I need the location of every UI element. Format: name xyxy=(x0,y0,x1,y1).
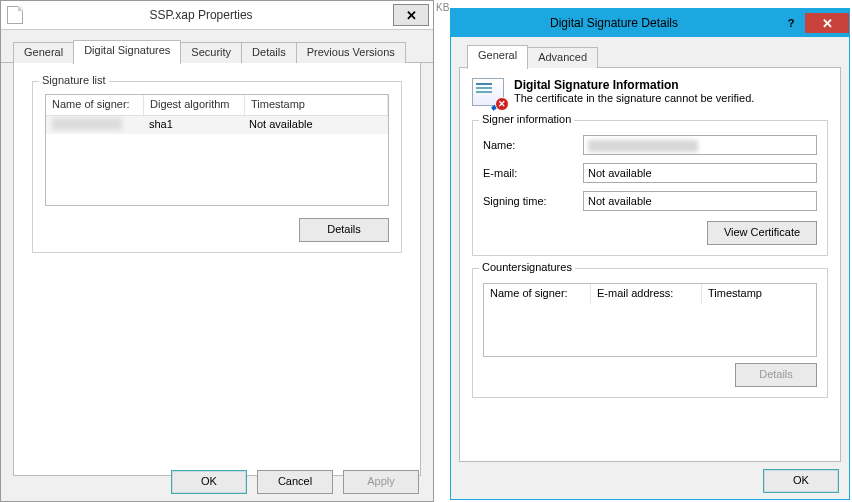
signature-panel: ✕ Digital Signature Information The cert… xyxy=(459,68,841,462)
cell-signer-name xyxy=(46,116,143,134)
certificate-error-icon: ✕ xyxy=(472,78,504,106)
apply-button: Apply xyxy=(343,470,419,494)
close-button[interactable]: ✕ xyxy=(805,13,849,33)
redacted-name xyxy=(588,140,698,152)
signature-list-group: Signature list Name of signer: Digest al… xyxy=(32,81,402,253)
help-button[interactable]: ? xyxy=(777,13,805,33)
name-field[interactable] xyxy=(583,135,817,155)
email-label: E-mail: xyxy=(483,167,583,179)
col-timestamp[interactable]: Timestamp xyxy=(245,95,388,115)
signature-info: ✕ Digital Signature Information The cert… xyxy=(472,78,828,106)
col-digest-algorithm[interactable]: Digest algorithm xyxy=(144,95,245,115)
tab-digital-signatures[interactable]: Digital Signatures xyxy=(73,40,181,64)
properties-titlebar: SSP.xap Properties ✕ xyxy=(1,1,433,30)
signer-information-group: Signer information Name: E-mail: Not ava… xyxy=(472,120,828,256)
properties-title: SSP.xap Properties xyxy=(9,8,393,22)
document-icon xyxy=(7,6,23,24)
tab-general[interactable]: General xyxy=(13,42,74,63)
signature-list[interactable]: Name of signer: Digest algorithm Timesta… xyxy=(45,94,389,206)
cell-digest-algorithm: sha1 xyxy=(143,116,243,134)
tab-advanced[interactable]: Advanced xyxy=(527,47,598,68)
cancel-button[interactable]: Cancel xyxy=(257,470,333,494)
signature-info-heading: Digital Signature Information xyxy=(514,78,754,92)
signature-list-label: Signature list xyxy=(39,74,109,86)
signature-details-window: Digital Signature Details ? ✕ General Ad… xyxy=(450,8,850,500)
kb-label: KB xyxy=(436,2,449,13)
countersignatures-group: Countersignatures Name of signer: E-mail… xyxy=(472,268,828,398)
cs-col-timestamp[interactable]: Timestamp xyxy=(702,284,816,304)
tab-general[interactable]: General xyxy=(467,45,528,69)
tab-previous-versions[interactable]: Previous Versions xyxy=(296,42,406,63)
properties-panel: Signature list Name of signer: Digest al… xyxy=(13,63,421,476)
countersignatures-label: Countersignatures xyxy=(479,261,575,273)
signature-titlebar: Digital Signature Details ? ✕ xyxy=(451,9,849,37)
col-signer-name[interactable]: Name of signer: xyxy=(46,95,144,115)
signature-info-text: The certificate in the signature cannot … xyxy=(514,92,754,104)
email-field[interactable]: Not available xyxy=(583,163,817,183)
details-button[interactable]: Details xyxy=(299,218,389,242)
properties-buttons: OK Cancel Apply xyxy=(171,470,419,494)
cell-timestamp: Not available xyxy=(243,116,388,134)
signing-time-label: Signing time: xyxy=(483,195,583,207)
redacted-name xyxy=(52,118,122,130)
signature-row[interactable]: sha1 Not available xyxy=(46,116,388,134)
view-certificate-button[interactable]: View Certificate xyxy=(707,221,817,245)
cs-details-button: Details xyxy=(735,363,817,387)
signature-body: General Advanced ✕ Digital Signature Inf… xyxy=(451,37,849,499)
ok-button[interactable]: OK xyxy=(171,470,247,494)
cs-col-name[interactable]: Name of signer: xyxy=(484,284,591,304)
properties-tabs: General Digital Signatures Security Deta… xyxy=(1,30,433,63)
tab-security[interactable]: Security xyxy=(180,42,242,63)
signer-group-label: Signer information xyxy=(479,113,574,125)
properties-window: SSP.xap Properties ✕ General Digital Sig… xyxy=(0,0,434,502)
signature-tabs: General Advanced xyxy=(459,45,841,68)
countersignatures-header: Name of signer: E-mail address: Timestam… xyxy=(484,284,816,304)
countersignatures-table[interactable]: Name of signer: E-mail address: Timestam… xyxy=(483,283,817,357)
ok-button[interactable]: OK xyxy=(763,469,839,493)
cs-col-email[interactable]: E-mail address: xyxy=(591,284,702,304)
signature-list-header: Name of signer: Digest algorithm Timesta… xyxy=(46,95,388,116)
close-button[interactable]: ✕ xyxy=(393,4,429,26)
name-label: Name: xyxy=(483,139,583,151)
tab-details[interactable]: Details xyxy=(241,42,297,63)
signing-time-field[interactable]: Not available xyxy=(583,191,817,211)
signature-title: Digital Signature Details xyxy=(451,16,777,30)
